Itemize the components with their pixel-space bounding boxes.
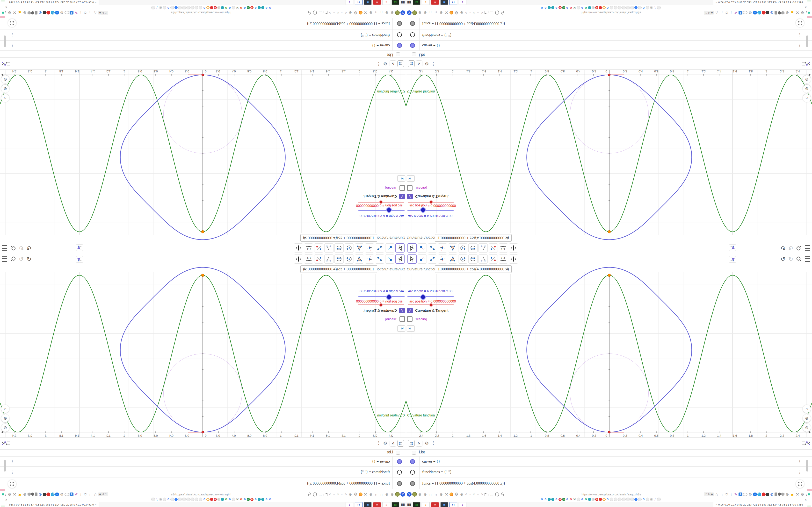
gear-outline-icon[interactable]: ⚙: [7, 492, 12, 497]
skip-next-button[interactable]: ▶▏: [397, 175, 405, 181]
floppy64-app-icon[interactable]: 64: [450, 502, 457, 507]
favicon[interactable]: [258, 498, 261, 501]
favicon[interactable]: Я: [250, 498, 254, 501]
yandex-pin-icon[interactable]: Y: [400, 492, 405, 497]
firefox-app-icon[interactable]: ●: [382, 502, 390, 507]
favicon[interactable]: G: [228, 6, 231, 9]
url-text[interactable]: https://www.geogebra.org/classic/aagcxh3…: [581, 11, 641, 14]
home-button[interactable]: ⌂: [1, 405, 9, 413]
polygon-tool[interactable]: [448, 255, 457, 264]
circle-icon[interactable]: ○: [333, 492, 336, 497]
favicon[interactable]: G: [581, 6, 584, 9]
menu-icon[interactable]: [2, 257, 7, 262]
conic-tool[interactable]: [468, 243, 477, 252]
favicon[interactable]: [635, 6, 638, 9]
favicon[interactable]: G: [167, 6, 170, 9]
favicon[interactable]: [186, 498, 190, 501]
perpendicular-line-tool[interactable]: [365, 255, 374, 264]
arc-length-slider[interactable]: [407, 296, 454, 297]
globe-gray-icon[interactable]: ⊕: [22, 492, 27, 497]
point-tool[interactable]: A: [385, 255, 394, 264]
pencil-extension-icon[interactable]: ✎: [74, 10, 79, 15]
cat-app-icon[interactable]: ●: [459, 0, 466, 5]
thumb-icon[interactable]: ☝: [17, 10, 22, 15]
line-tool[interactable]: [375, 255, 384, 264]
record-red-icon[interactable]: [46, 11, 50, 15]
circle-tool[interactable]: [458, 255, 467, 264]
skip-next-button[interactable]: ▶▏: [407, 326, 415, 332]
favicon[interactable]: [232, 498, 236, 501]
pencil-extension-icon[interactable]: ✎: [74, 492, 79, 497]
favicon[interactable]: Я: [558, 498, 562, 501]
redo-button[interactable]: ↻: [19, 245, 24, 251]
thumb-icon[interactable]: ☝: [17, 492, 22, 497]
reflect-tool[interactable]: [489, 243, 498, 252]
favicon[interactable]: [232, 6, 236, 9]
curves-swatch[interactable]: [410, 459, 415, 464]
dot-icon[interactable]: ⊙: [344, 10, 347, 15]
funcnames-swatch[interactable]: [410, 470, 415, 475]
globe-extension-icon[interactable]: ⊕: [459, 492, 464, 497]
favicon[interactable]: [174, 498, 177, 501]
row-kebab-icon[interactable]: ⋮: [10, 43, 14, 48]
collapse-list-button[interactable]: –: [396, 451, 400, 455]
favicon[interactable]: G: [167, 498, 170, 501]
row-kebab-icon[interactable]: ⋮: [798, 459, 802, 464]
favicon[interactable]: G: [555, 498, 558, 501]
headset-extension-icon[interactable]: ∩: [379, 492, 384, 497]
favicon[interactable]: G: [569, 6, 572, 9]
monitor-app-icon[interactable]: ▣: [364, 0, 372, 5]
translate-icon[interactable]: A: [98, 11, 102, 15]
search-icon[interactable]: [796, 256, 802, 262]
favicon[interactable]: [622, 6, 626, 9]
favicon[interactable]: [151, 498, 155, 501]
gear-extension-icon[interactable]: ⚙: [353, 492, 358, 497]
favicon[interactable]: ▣: [603, 498, 606, 501]
circle-icon[interactable]: ○: [476, 492, 479, 497]
favicon[interactable]: G: [544, 6, 547, 9]
favicon[interactable]: [261, 498, 264, 501]
funcs-swatch[interactable]: [410, 481, 415, 486]
favicon[interactable]: i: [592, 498, 595, 501]
favicon[interactable]: G: [642, 498, 645, 501]
favicon[interactable]: [657, 6, 661, 9]
favicon[interactable]: G: [265, 6, 268, 9]
dot-icon[interactable]: ⊙: [480, 10, 483, 15]
favicon[interactable]: G: [555, 6, 558, 9]
tools-app-icon[interactable]: ⚙: [373, 502, 381, 507]
graphics-stylebar-toggle[interactable]: [729, 256, 736, 263]
favicon[interactable]: [614, 6, 617, 9]
circle-tool[interactable]: [458, 243, 467, 252]
favicon[interactable]: [174, 6, 177, 9]
undo-button[interactable]: ↺: [27, 256, 32, 262]
favicon[interactable]: ▣: [603, 6, 606, 9]
circle-icon[interactable]: ○: [340, 10, 343, 15]
row-kebab-icon[interactable]: ⋮: [798, 43, 802, 48]
star-icon[interactable]: ☆: [93, 492, 98, 497]
favicon[interactable]: Я: [214, 498, 217, 501]
pencil-extension-icon[interactable]: ✎: [733, 492, 738, 497]
angle-tool[interactable]: [324, 255, 334, 264]
function-dropdown-label[interactable]: Curvature function: [375, 267, 405, 271]
chevron-down-icon[interactable]: ▼: [303, 236, 306, 240]
favicon[interactable]: G: [566, 498, 569, 501]
favicon[interactable]: G: [240, 6, 243, 9]
view-kebab-menu[interactable]: ⋮: [376, 62, 381, 67]
floppy64-app-icon[interactable]: 64: [450, 0, 457, 5]
favicon[interactable]: Я: [595, 498, 598, 501]
globe-gray-icon[interactable]: ⊕: [785, 492, 790, 497]
slider-tool[interactable]: a=2: [499, 255, 508, 264]
forward-arrow-icon[interactable]: →: [719, 492, 724, 497]
reflect-tool[interactable]: [489, 255, 498, 264]
collapse-list-button[interactable]: –: [412, 52, 416, 56]
plus-circle-icon[interactable]: +: [55, 11, 59, 15]
collapse-caret-icon[interactable]: ∧: [805, 6, 807, 9]
headset-extension-icon[interactable]: ∩: [374, 492, 378, 497]
dot-icon[interactable]: ⊙: [337, 10, 340, 15]
thumb-icon[interactable]: ☝: [790, 10, 795, 15]
favicon[interactable]: [182, 6, 186, 9]
funcs-swatch[interactable]: [397, 481, 402, 486]
menu-icon[interactable]: [805, 257, 810, 262]
floppy64-app-icon[interactable]: 64: [355, 502, 362, 507]
redo-button[interactable]: ↻: [788, 245, 793, 251]
